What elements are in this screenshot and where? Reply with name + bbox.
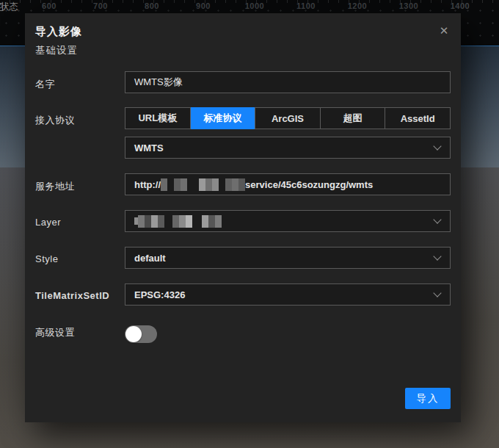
- toggle-knob: [125, 326, 142, 342]
- layer-label: Layer: [35, 217, 122, 228]
- redacted-pixelation: [134, 215, 222, 228]
- ruler-label: 1200: [343, 1, 372, 10]
- service-url-input[interactable]: http:// service/45c6sozungzg/wmts: [125, 173, 451, 195]
- ruler-label: 1300: [394, 1, 423, 10]
- chevron-down-icon: [433, 215, 441, 223]
- tab-url-template[interactable]: URL模板: [125, 108, 191, 129]
- protocol-type-dropdown[interactable]: WMTS: [125, 137, 451, 159]
- protocol-label: 接入协议: [35, 114, 122, 127]
- name-label: 名字: [35, 78, 122, 91]
- clipped-glyph: [0, 3, 3, 11]
- style-label: Style: [35, 253, 122, 264]
- service-url-label: 服务地址: [35, 180, 122, 193]
- ruler-label: 900: [189, 1, 218, 10]
- protocol-tab-group: URL模板 标准协议 ArcGIS 超图 AssetId: [125, 107, 451, 129]
- section-title-basic-settings: 基础设置: [35, 44, 78, 57]
- style-dropdown[interactable]: default: [125, 247, 451, 269]
- tilematrixsetid-label: TileMatrixSetID: [35, 290, 122, 301]
- tilematrixsetid-dropdown[interactable]: EPSG:4326: [125, 283, 451, 306]
- service-url-suffix: service/45c6sozungzg/wmts: [245, 179, 373, 190]
- clipped-status-text: 状态: [0, 1, 18, 13]
- chevron-down-icon: [433, 252, 441, 260]
- redacted-pixelation: [161, 178, 245, 191]
- name-input[interactable]: WMTS影像: [125, 71, 451, 93]
- advanced-settings-toggle[interactable]: [125, 325, 157, 343]
- tab-supermap[interactable]: 超图: [321, 108, 386, 129]
- tilematrixsetid-value: EPSG:4326: [134, 289, 185, 300]
- ruler-label: 1100: [291, 1, 321, 10]
- tab-arcgis[interactable]: ArcGIS: [255, 108, 321, 129]
- advanced-settings-label: 高级设置: [35, 326, 122, 339]
- name-input-value: WMTS影像: [134, 76, 183, 89]
- close-icon[interactable]: ✕: [436, 23, 452, 39]
- protocol-type-value: WMTS: [134, 142, 164, 153]
- import-button[interactable]: 导入: [405, 388, 451, 409]
- layer-dropdown[interactable]: [125, 210, 451, 232]
- ruler-label: 1400: [445, 1, 475, 10]
- dialog-title: 导入影像: [35, 25, 82, 39]
- ruler-label: 800: [137, 1, 167, 10]
- service-url-prefix: http://: [134, 179, 161, 190]
- ruler-label: 1000: [240, 1, 269, 10]
- style-value: default: [134, 253, 166, 264]
- tab-assetid[interactable]: AssetId: [385, 108, 450, 129]
- tab-standard-protocol[interactable]: 标准协议: [191, 107, 256, 129]
- chevron-down-icon: [433, 142, 441, 150]
- ruler-label: 700: [86, 1, 115, 10]
- ruler-label: 600: [34, 1, 64, 10]
- import-imagery-dialog: 导入影像 ✕ 基础设置 名字 WMTS影像 接入协议 URL模板 标准协议 Ar…: [25, 13, 461, 422]
- chevron-down-icon: [433, 289, 441, 297]
